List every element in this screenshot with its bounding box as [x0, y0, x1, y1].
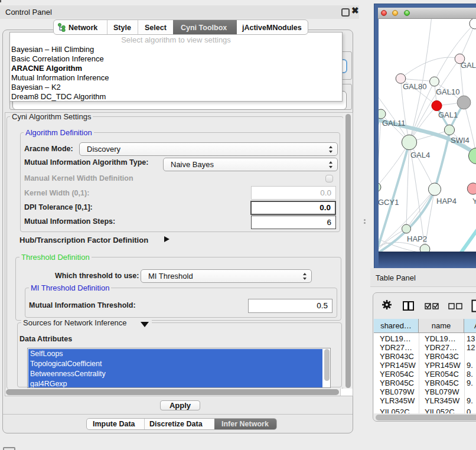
- svg-text:GAL1: GAL1: [438, 110, 458, 119]
- svg-text:GAL4: GAL4: [410, 151, 430, 159]
- svg-text:HAP2: HAP2: [407, 234, 427, 243]
- svg-text:GAL80: GAL80: [403, 82, 426, 91]
- svg-text:GAL7: GAL7: [461, 61, 476, 70]
- svg-text:SWI4: SWI4: [451, 136, 470, 145]
- svg-text:Y: Y: [472, 197, 476, 206]
- svg-text:GAL10: GAL10: [436, 87, 459, 96]
- svg-text:HAP4: HAP4: [436, 197, 457, 206]
- svg-text:GAL11: GAL11: [382, 119, 406, 128]
- svg-text:GCY1: GCY1: [379, 198, 399, 207]
